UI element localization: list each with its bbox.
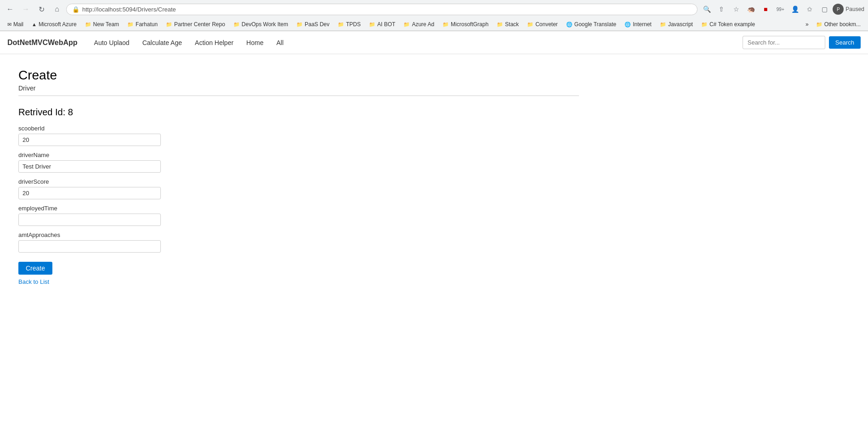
- app-navbar: DotNetMVCWebApp Auto Uplaod Calculate Ag…: [0, 31, 868, 54]
- employedtime-label: employedTime: [18, 205, 579, 212]
- lock-icon: 🔒: [72, 6, 79, 13]
- toolbar-icons: 🔍 ⇧ ☆ 🦔 ■ 99+ 👤 ✩ ▢ P Paused: [700, 3, 864, 16]
- nav-calculate-age[interactable]: Calculate Age: [137, 35, 187, 50]
- folder-icon: 📁: [403, 22, 410, 28]
- back-button[interactable]: ←: [4, 3, 17, 16]
- employedtime-input[interactable]: [18, 214, 161, 226]
- folder-icon: 📁: [369, 22, 375, 28]
- nav-action-helper[interactable]: Action Helper: [189, 35, 239, 50]
- bookmark-microsoftgraph[interactable]: 📁 MicrosoftGraph: [439, 20, 492, 29]
- folder-icon: 📁: [497, 22, 503, 28]
- search-input[interactable]: [743, 36, 825, 49]
- sidebar-button[interactable]: ▢: [818, 3, 831, 16]
- bookmark-internet[interactable]: 🌐 Internet: [621, 20, 655, 29]
- user-profile-avatar[interactable]: P: [833, 4, 844, 15]
- folder-icon: 📁: [527, 22, 533, 28]
- search-button[interactable]: Search: [829, 36, 861, 49]
- driverscore-group: driverScore: [18, 178, 579, 199]
- amtapproaches-group: amtApproaches: [18, 231, 579, 253]
- bookmark-star-button[interactable]: ☆: [730, 3, 743, 16]
- bookmarks-more-button[interactable]: »: [803, 20, 811, 29]
- bookmark-paas-dev[interactable]: 📁 PaaS Dev: [293, 20, 333, 29]
- bookmark-label: Internet: [633, 21, 652, 28]
- app-brand[interactable]: DotNetMVCWebApp: [7, 39, 78, 47]
- nav-auto-upload[interactable]: Auto Uplaod: [89, 35, 135, 50]
- create-button[interactable]: Create: [18, 262, 52, 275]
- amtapproaches-input[interactable]: [18, 240, 161, 253]
- employedtime-group: employedTime: [18, 205, 579, 226]
- folder-icon: 📁: [660, 22, 666, 28]
- bookmark-conveter[interactable]: 📁 Conveter: [523, 20, 562, 29]
- page-title: Create: [18, 68, 579, 83]
- nav-all[interactable]: All: [271, 35, 289, 50]
- address-bar[interactable]: 🔒 http://localhost:5094/Drivers/Create: [66, 4, 698, 15]
- bookmark-label: DevOps Work Item: [242, 21, 288, 28]
- share-button[interactable]: ⇧: [715, 3, 728, 16]
- bookmark-csharp-token[interactable]: 📁 C# Token example: [698, 20, 759, 29]
- nav-home[interactable]: Home: [241, 35, 269, 50]
- bookmark-stack[interactable]: 📁 Stack: [493, 20, 522, 29]
- profile-button[interactable]: 👤: [789, 3, 801, 16]
- globe-icon: 🌐: [566, 22, 573, 28]
- bookmark-google-translate[interactable]: 🌐 Google Translate: [562, 20, 620, 29]
- badge-button[interactable]: 99+: [774, 3, 787, 16]
- folder-icon: 📁: [443, 22, 449, 28]
- bookmark-javascript[interactable]: 📁 Javascript: [656, 20, 697, 29]
- drivername-input[interactable]: [18, 160, 161, 173]
- bookmark-devops[interactable]: 📁 DevOps Work Item: [230, 20, 292, 29]
- driverscore-input[interactable]: [18, 187, 161, 199]
- search-browser-button[interactable]: 🔍: [700, 3, 713, 16]
- folder-icon: 📁: [166, 22, 172, 28]
- browser-chrome: ← → ↻ ⌂ 🔒 http://localhost:5094/Drivers/…: [0, 0, 868, 31]
- bookmark-mail[interactable]: ✉ Mail: [4, 20, 27, 29]
- folder-icon: 📁: [233, 22, 240, 28]
- bookmark-new-team[interactable]: 📁 New Team: [81, 20, 123, 29]
- forward-button[interactable]: →: [19, 3, 32, 16]
- bookmark-ai-bot[interactable]: 📁 AI BOT: [365, 20, 399, 29]
- bookmark-label: Azure Ad: [412, 21, 434, 28]
- more-icon: »: [806, 21, 809, 28]
- bookmark-label: AI BOT: [377, 21, 395, 28]
- back-to-list-link[interactable]: Back to List: [18, 278, 579, 285]
- bookmark-label: Mail: [13, 21, 23, 28]
- main-content: Create Driver Retrived Id: 8 scooberId d…: [0, 54, 597, 299]
- bookmark-partner-center[interactable]: 📁 Partner Center Repo: [162, 20, 229, 29]
- scooberid-input[interactable]: [18, 134, 161, 146]
- bookmark-label: C# Token example: [709, 21, 755, 28]
- bookmark-label: Other bookm...: [824, 21, 861, 28]
- bookmark-label: Farhatun: [136, 21, 158, 28]
- bookmark-label: TPDS: [346, 21, 361, 28]
- content-divider: [18, 96, 579, 96]
- bookmark-label: Microsoft Azure: [39, 21, 77, 28]
- bookmark-label: Partner Center Repo: [174, 21, 225, 28]
- folder-icon: 📁: [338, 22, 344, 28]
- bookmark-tpds[interactable]: 📁 TPDS: [334, 20, 364, 29]
- search-area: Search: [743, 36, 861, 49]
- edge-icon[interactable]: ■: [759, 3, 772, 16]
- url-text: http://localhost:5094/Drivers/Create: [82, 6, 176, 13]
- bookmarks-bar: ✉ Mail ▲ Microsoft Azure 📁 New Team 📁 Fa…: [0, 18, 868, 31]
- page-subtitle: Driver: [18, 85, 579, 92]
- scooberid-group: scooberId: [18, 125, 579, 146]
- folder-icon: 📁: [296, 22, 303, 28]
- reload-button[interactable]: ↻: [35, 3, 48, 16]
- drivername-label: driverName: [18, 152, 579, 158]
- create-driver-form: scooberId driverName driverScore employe…: [18, 125, 579, 275]
- folder-icon: 📁: [816, 22, 823, 28]
- mail-icon: ✉: [7, 22, 11, 28]
- bookmark-azure-ad[interactable]: 📁 Azure Ad: [400, 20, 438, 29]
- retrieved-id-label: Retrived Id: 8: [18, 107, 579, 118]
- home-browser-button[interactable]: ⌂: [51, 3, 63, 16]
- driverscore-label: driverScore: [18, 178, 579, 185]
- globe-icon: 🌐: [624, 22, 631, 28]
- bookmark-label: Javascript: [668, 21, 693, 28]
- bookmark-other[interactable]: 📁 Other bookm...: [812, 20, 864, 29]
- bookmark-label: Stack: [505, 21, 519, 28]
- bookmark-farhatun[interactable]: 📁 Farhatun: [124, 20, 161, 29]
- extensions-button[interactable]: 🦔: [744, 3, 757, 16]
- bookmark-label: PaaS Dev: [305, 21, 329, 28]
- bookmark-microsoft-azure[interactable]: ▲ Microsoft Azure: [28, 20, 80, 29]
- drivername-group: driverName: [18, 152, 579, 173]
- favorites-button[interactable]: ✩: [803, 3, 816, 16]
- folder-icon: 📁: [85, 22, 91, 28]
